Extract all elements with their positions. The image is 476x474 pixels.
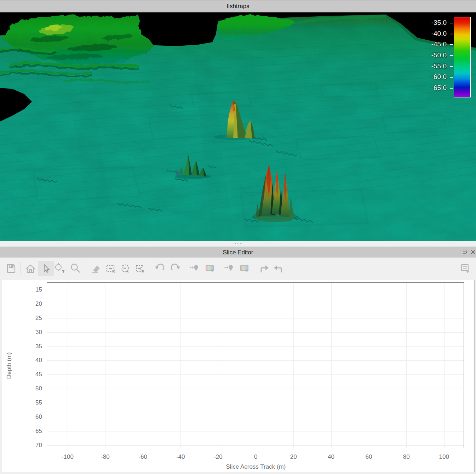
- gridline-x: [143, 283, 143, 448]
- slice-editor-toolbar: [0, 258, 476, 280]
- close-icon: [471, 250, 475, 254]
- close-button[interactable]: [469, 248, 476, 256]
- home-button[interactable]: [23, 261, 38, 276]
- y-tick-label: 70: [24, 442, 42, 449]
- gridline-x: [180, 283, 181, 448]
- save-button[interactable]: [3, 261, 19, 276]
- slice-editor-title: Slice Editor: [0, 247, 476, 258]
- legend-label: -45.0: [414, 40, 447, 48]
- x-axis-label: Slice Across Track (m): [210, 463, 302, 470]
- zoom-button[interactable]: [68, 261, 83, 276]
- reject-picks-icon: [223, 263, 235, 275]
- erase-polygon-icon: [134, 263, 146, 275]
- float-button[interactable]: [461, 248, 469, 256]
- gridline-y: [47, 389, 464, 389]
- y-tick-label: 25: [24, 315, 42, 322]
- 3d-view-titlebar: fishtraps: [0, 0, 476, 12]
- legend-label: -65.0: [414, 84, 447, 92]
- x-tick-label: -20: [206, 453, 230, 461]
- gridline-x: [256, 283, 256, 448]
- x-tick-label: 20: [281, 453, 306, 461]
- dock-splitter[interactable]: [0, 241, 476, 247]
- slice-chart-panel: Depth (m) -100-80-60-40-2002040608010015…: [2, 280, 475, 472]
- legend-label: -50.0: [414, 51, 447, 59]
- gridline-y: [47, 360, 464, 361]
- redo-icon: [169, 263, 181, 275]
- legend-tick: [450, 23, 453, 23]
- y-tick-label: 65: [24, 428, 42, 435]
- y-tick-label: 50: [24, 385, 42, 392]
- legend-label: -60.0: [414, 73, 447, 81]
- x-tick-label: 60: [356, 453, 381, 461]
- gridline-y: [47, 332, 464, 333]
- y-tick-label: 30: [24, 329, 42, 336]
- erase-button[interactable]: [88, 261, 103, 276]
- slice-editor-titlebar: Slice Editor: [0, 247, 476, 258]
- splitter-dots: [234, 243, 234, 244]
- home-icon: [24, 263, 36, 275]
- splitter-dots: [237, 243, 237, 244]
- accept-area-button[interactable]: [202, 261, 217, 276]
- zoom-select-icon: [54, 263, 66, 275]
- gridline-y: [47, 346, 464, 347]
- erase-lasso-icon: [119, 263, 131, 275]
- accept-area-icon: [203, 263, 216, 275]
- erase-lasso-button[interactable]: [117, 261, 133, 276]
- bathymetry-3d-view[interactable]: -35.0-40.0-45.0-50.0-55.0-60.0-65.0: [0, 12, 476, 241]
- x-tick-label: 0: [243, 453, 268, 461]
- accept-picks-icon: [189, 263, 201, 275]
- slice-plot-area[interactable]: Depth (m) -100-80-60-40-2002040608010015…: [47, 282, 464, 448]
- save-icon: [5, 263, 17, 275]
- flag-forward-button[interactable]: [256, 261, 271, 276]
- y-tick-label: 35: [24, 343, 42, 350]
- gridline-y: [47, 304, 464, 304]
- erase-polygon-button[interactable]: [132, 261, 148, 276]
- color-scale-bar: [454, 17, 471, 97]
- accept-picks-button[interactable]: [187, 261, 202, 276]
- y-tick-label: 15: [24, 286, 42, 293]
- gridline-x: [331, 283, 332, 448]
- y-tick-label: 60: [24, 413, 42, 421]
- legend-tick: [450, 77, 453, 78]
- float-icon: [463, 249, 468, 254]
- y-tick-label: 45: [24, 371, 42, 378]
- y-axis-label: Depth (m): [6, 352, 13, 379]
- x-tick-label: -100: [55, 453, 80, 461]
- gridline-y: [47, 318, 464, 318]
- zoom-select-button[interactable]: [52, 261, 68, 276]
- gridline-x: [218, 283, 218, 448]
- gridline-y: [47, 374, 464, 375]
- reject-area-button[interactable]: [236, 261, 252, 276]
- x-tick-label: -40: [168, 453, 193, 461]
- x-tick-label: 80: [394, 453, 419, 461]
- gridline-x: [293, 283, 294, 448]
- flag-back-button[interactable]: [271, 261, 286, 276]
- splitter-dots: [240, 243, 241, 244]
- legend-tick: [450, 66, 453, 67]
- select-cursor-button[interactable]: [38, 261, 53, 276]
- notes-button[interactable]: [457, 261, 472, 276]
- flag-forward-icon: [258, 263, 270, 275]
- x-tick-label: 100: [432, 453, 457, 461]
- reject-picks-button[interactable]: [222, 261, 237, 276]
- gridline-x: [444, 283, 445, 448]
- application-window: fishtraps: [0, 0, 476, 474]
- splitter-dots: [242, 243, 242, 244]
- gridline-x: [406, 283, 407, 448]
- gridline-x: [105, 283, 105, 448]
- x-tick-label: -80: [93, 453, 117, 461]
- legend-tick: [450, 55, 453, 56]
- reject-area-icon: [238, 263, 250, 275]
- y-tick-label: 55: [24, 399, 42, 406]
- erase-rectangle-button[interactable]: [103, 261, 118, 276]
- legend-label: -35.0: [414, 19, 447, 27]
- erase-rectangle-icon: [104, 263, 116, 275]
- undo-button[interactable]: [152, 261, 168, 276]
- y-tick-label: 20: [24, 300, 42, 307]
- legend-label: -55.0: [414, 62, 447, 70]
- redo-button[interactable]: [167, 261, 183, 276]
- 3d-view-title: fishtraps: [0, 0, 476, 12]
- magnifier-icon: [69, 263, 81, 275]
- legend-tick: [450, 44, 453, 45]
- gridline-y: [47, 290, 464, 290]
